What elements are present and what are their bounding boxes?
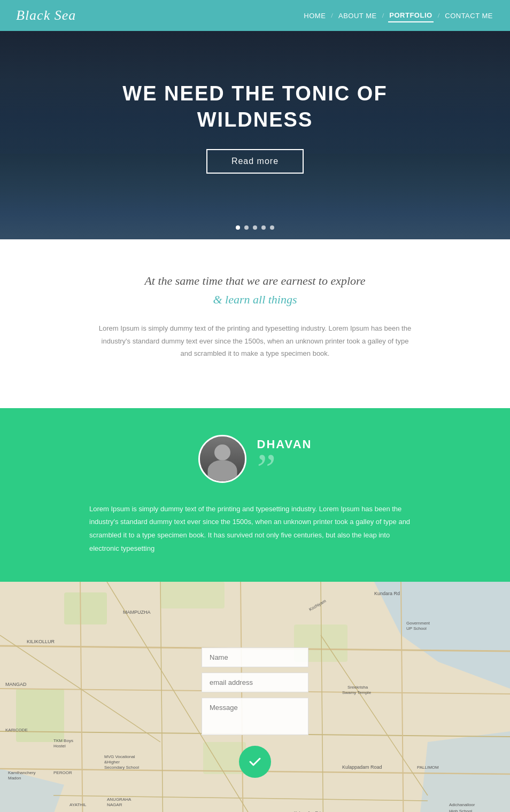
svg-rect-13 — [16, 689, 64, 742]
checkmark-icon — [248, 754, 262, 769]
dot-2[interactable] — [244, 225, 249, 230]
nav-home[interactable]: HOME — [303, 10, 327, 22]
contact-submit-button[interactable] — [239, 746, 271, 778]
svg-text:PEROOR: PEROOR — [53, 770, 72, 775]
svg-text:KILIKOLLUR: KILIKOLLUR — [27, 639, 55, 644]
svg-text:KARICODE: KARICODE — [5, 728, 28, 732]
svg-text:Government: Government — [406, 621, 430, 626]
svg-text:Swamy Temple: Swamy Temple — [342, 690, 372, 695]
svg-text:Kundara Rd: Kundara Rd — [374, 591, 400, 596]
avatar — [198, 435, 246, 483]
svg-text:&Higher: &Higher — [104, 760, 120, 764]
svg-text:AYATHIL: AYATHIL — [69, 802, 87, 807]
svg-rect-11 — [160, 582, 225, 608]
nav-portfolio[interactable]: PORTFOLIO — [388, 9, 433, 22]
svg-text:Madon: Madon — [8, 776, 21, 780]
svg-rect-10 — [64, 592, 107, 624]
svg-text:MANGAD: MANGAD — [5, 682, 27, 687]
svg-text:UP School: UP School — [406, 626, 427, 631]
nav-about[interactable]: ABOUT ME — [337, 10, 378, 22]
hero-section: WE NEED THE TONIC OF WILDNESS Read more — [0, 31, 510, 239]
dot-1[interactable] — [236, 225, 240, 230]
avatar-image — [200, 436, 245, 481]
site-logo[interactable]: Black Sea — [16, 7, 76, 24]
contact-name-input[interactable] — [202, 647, 308, 667]
hero-title: WE NEED THE TONIC OF WILDNESS — [122, 81, 387, 134]
nav-sep-3: / — [438, 11, 440, 20]
nav-sep-2: / — [382, 11, 384, 20]
contact-form — [202, 647, 308, 778]
testimonial-quote: Lorem Ipsum is simply dummy text of the … — [89, 503, 421, 556]
dot-3[interactable] — [253, 225, 257, 230]
testimonial-name-block: DHAVAN ” — [257, 435, 312, 484]
about-description: Lorem Ipsum is simply dummy text of the … — [95, 322, 415, 360]
dot-4[interactable] — [261, 225, 266, 230]
svg-text:Kulappadam Road: Kulappadam Road — [342, 764, 382, 770]
svg-text:PALLIMOM: PALLIMOM — [417, 765, 439, 770]
testimonial-header: DHAVAN ” — [43, 435, 467, 484]
dot-5[interactable] — [270, 225, 274, 230]
nav-sep-1: / — [331, 11, 333, 20]
hero-dots — [236, 225, 274, 230]
contact-email-input[interactable] — [202, 673, 308, 692]
svg-text:NAGAR: NAGAR — [107, 802, 122, 807]
svg-text:Secondary School: Secondary School — [104, 765, 139, 770]
svg-text:ANUGRAHA: ANUGRAHA — [107, 797, 132, 802]
svg-text:Kamthanchery: Kamthanchery — [8, 770, 36, 775]
svg-text:MAMPUZHA: MAMPUZHA — [123, 610, 151, 615]
svg-text:Sreekrisha: Sreekrisha — [347, 685, 368, 690]
hero-cta-button[interactable]: Read more — [206, 149, 304, 174]
svg-text:Hostel: Hostel — [53, 744, 66, 748]
contact-section: KILIKOLLUR MAMPUZHA MANGAD KARICODE Kund… — [0, 582, 510, 812]
hero-content: WE NEED THE TONIC OF WILDNESS Read more — [122, 81, 387, 174]
testimonial-section: DHAVAN ” Lorem Ipsum is simply dummy tex… — [0, 408, 510, 582]
about-tagline: At the same time that we are earnest to … — [43, 271, 467, 309]
svg-text:Adichanalloor: Adichanalloor — [449, 802, 475, 807]
quote-mark-icon: ” — [257, 454, 312, 484]
svg-text:MVG Vocational: MVG Vocational — [104, 754, 135, 759]
contact-message-input[interactable] — [202, 698, 308, 735]
about-section: At the same time that we are earnest to … — [0, 239, 510, 408]
svg-text:High School: High School — [449, 809, 472, 812]
svg-text:TKM Boys: TKM Boys — [53, 738, 73, 743]
nav-contact[interactable]: CONTACT ME — [444, 10, 494, 22]
main-nav: HOME / ABOUT ME / PORTFOLIO / CONTACT ME — [303, 9, 494, 22]
site-header: Black Sea HOME / ABOUT ME / PORTFOLIO / … — [0, 0, 510, 31]
